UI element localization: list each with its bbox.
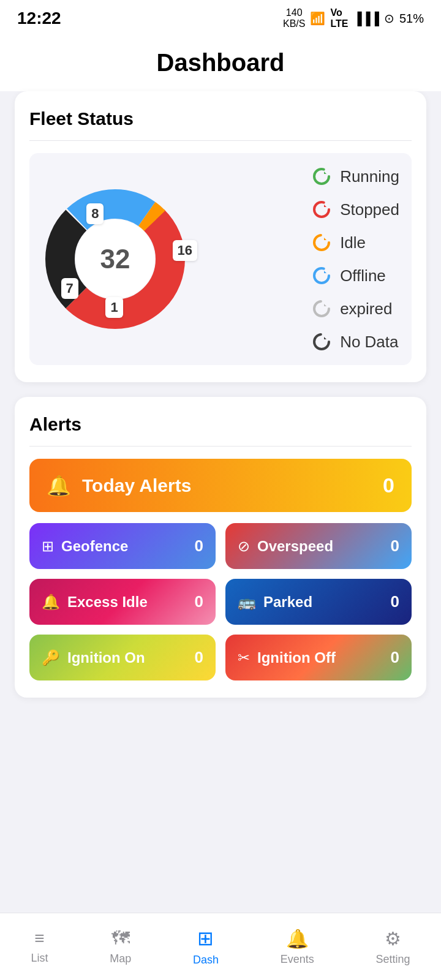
overspeed-label: Overspeed	[257, 538, 333, 555]
legend-expired: expired	[311, 298, 399, 320]
legend-running: Running	[311, 165, 399, 187]
status-icons: 140KB/S 📶 VoLTE ▐▐▐ ⊙ 51%	[283, 7, 424, 29]
page-title: Dashboard	[157, 49, 285, 76]
nav-list[interactable]: ≡ List	[21, 924, 58, 970]
idle-icon	[311, 232, 333, 254]
svg-point-7	[314, 202, 329, 217]
ignition-on-left: 🔑 Ignition On	[42, 649, 145, 666]
geofence-button[interactable]: ⊞ Geofence 0	[29, 523, 216, 569]
overspeed-button[interactable]: ⊘ Overspeed 0	[225, 523, 412, 569]
nodata-icon	[311, 331, 333, 353]
ignition-on-button[interactable]: 🔑 Ignition On 0	[29, 635, 216, 680]
expired-label: expired	[340, 300, 392, 318]
nodata-label: No Data	[340, 333, 398, 352]
excess-idle-label: Excess Idle	[67, 594, 148, 611]
seg-label-1: 1	[105, 297, 123, 318]
svg-point-13	[314, 301, 329, 316]
nav-dash-label: Dash	[193, 954, 219, 967]
fleet-status-card: Fleet Status 32 8	[15, 91, 426, 382]
alert-grid: ⊞ Geofence 0 ⊘ Overspeed 0 🔔 Excess Idle…	[29, 523, 412, 680]
dash-icon: ⊞	[197, 927, 214, 950]
today-alerts-left: 🔔 Today Alerts	[47, 474, 191, 497]
excess-idle-count: 0	[195, 592, 203, 611]
svg-point-15	[314, 334, 329, 349]
status-bar: 12:22 140KB/S 📶 VoLTE ▐▐▐ ⊙ 51%	[0, 0, 441, 37]
excess-idle-icon: 🔔	[42, 594, 60, 611]
geofence-icon: ⊞	[42, 538, 54, 555]
map-icon: 🗺	[111, 928, 130, 949]
data-speed: 140KB/S	[283, 7, 305, 29]
geofence-label: Geofence	[61, 538, 128, 555]
seg-label-8: 8	[86, 203, 104, 224]
lte-icon: VoLTE	[330, 7, 348, 29]
nav-events[interactable]: 🔔 Events	[271, 923, 324, 971]
list-icon: ≡	[34, 929, 44, 948]
wifi-icon: 📶	[310, 11, 325, 26]
excess-idle-button[interactable]: 🔔 Excess Idle 0	[29, 579, 216, 625]
parked-count: 0	[391, 592, 399, 611]
bottom-nav: ≡ List 🗺 Map ⊞ Dash 🔔 Events ⚙ Setting	[0, 913, 441, 980]
ignition-on-label: Ignition On	[67, 649, 145, 666]
nav-list-label: List	[31, 952, 48, 965]
running-icon	[311, 165, 333, 187]
svg-marker-16	[324, 337, 326, 339]
svg-point-9	[314, 235, 329, 250]
svg-point-5	[314, 169, 329, 184]
alerts-divider	[29, 446, 412, 447]
ignition-on-icon: 🔑	[42, 649, 60, 666]
battery-percent: 51%	[399, 12, 424, 26]
seg-label-7: 7	[61, 278, 78, 299]
ignition-on-count: 0	[195, 648, 203, 667]
nav-setting[interactable]: ⚙ Setting	[366, 923, 420, 971]
running-label: Running	[340, 167, 399, 186]
svg-marker-8	[324, 205, 326, 207]
donut-total: 32	[100, 244, 130, 274]
legend-stopped: Stopped	[311, 198, 399, 221]
battery-icon: ⊙	[384, 11, 394, 26]
today-alerts-button[interactable]: 🔔 Today Alerts 0	[29, 459, 412, 512]
svg-marker-14	[324, 304, 326, 306]
svg-marker-10	[324, 238, 326, 240]
ignition-off-left: ✂ Ignition Off	[238, 649, 336, 666]
ignition-off-count: 0	[391, 648, 399, 667]
stopped-icon	[311, 198, 333, 221]
nav-setting-label: Setting	[376, 953, 410, 966]
parked-label: Parked	[263, 594, 312, 611]
ignition-off-label: Ignition Off	[257, 649, 336, 666]
overspeed-count: 0	[391, 537, 399, 556]
geofence-left: ⊞ Geofence	[42, 538, 128, 555]
nav-events-label: Events	[281, 953, 314, 966]
today-alerts-count: 0	[383, 473, 394, 497]
alerts-title: Alerts	[29, 414, 412, 435]
expired-icon	[311, 298, 333, 320]
seg-label-16: 16	[173, 240, 197, 261]
offline-icon	[311, 265, 333, 287]
fleet-legend: Running Stopped	[311, 165, 405, 353]
overspeed-left: ⊘ Overspeed	[238, 538, 333, 555]
overspeed-icon: ⊘	[238, 538, 250, 555]
main-content: Fleet Status 32 8	[0, 91, 441, 786]
ignition-off-button[interactable]: ✂ Ignition Off 0	[225, 635, 412, 680]
today-alerts-icon: 🔔	[47, 474, 71, 497]
offline-label: Offline	[340, 266, 386, 285]
svg-marker-12	[324, 271, 326, 273]
nav-map[interactable]: 🗺 Map	[100, 923, 141, 970]
svg-point-11	[314, 268, 329, 283]
status-time: 12:22	[17, 9, 61, 28]
events-icon: 🔔	[286, 928, 309, 949]
parked-button[interactable]: 🚌 Parked 0	[225, 579, 412, 625]
setting-icon: ⚙	[385, 928, 401, 949]
fleet-body: 32 8 16 7 1 Running	[29, 153, 412, 365]
idle-label: Idle	[340, 233, 366, 252]
geofence-count: 0	[195, 537, 203, 556]
parked-left: 🚌 Parked	[238, 594, 312, 611]
nav-dash[interactable]: ⊞ Dash	[183, 922, 228, 971]
ignition-off-icon: ✂	[238, 649, 250, 666]
legend-offline: Offline	[311, 265, 399, 287]
parked-icon: 🚌	[238, 594, 256, 611]
nav-map-label: Map	[110, 952, 131, 965]
header: Dashboard	[0, 37, 441, 91]
legend-idle: Idle	[311, 232, 399, 254]
svg-marker-6	[324, 172, 326, 174]
stopped-label: Stopped	[340, 200, 399, 219]
